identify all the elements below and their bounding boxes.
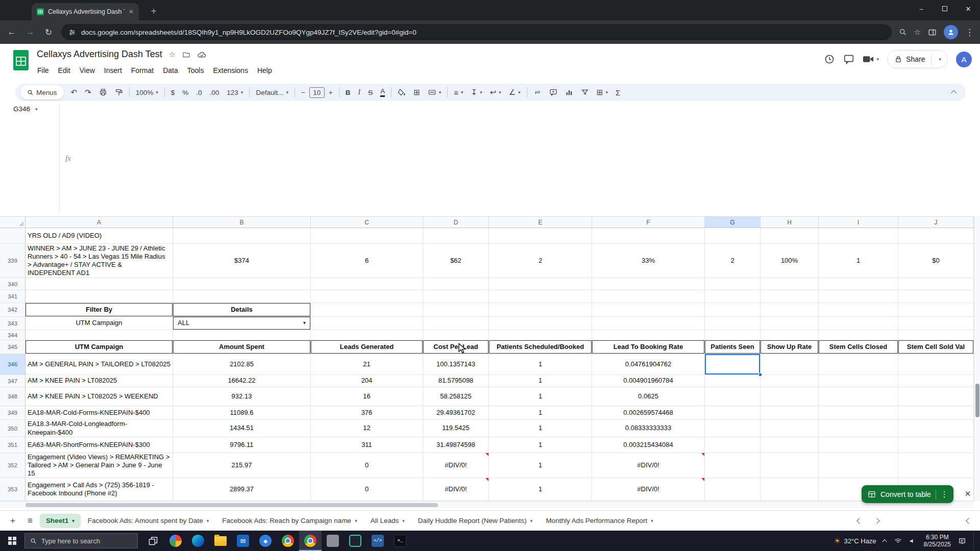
taskbar-mail-icon[interactable]: ✉: [232, 531, 254, 551]
cell-B345[interactable]: Amount Spent: [173, 340, 311, 354]
cell-G344[interactable]: [705, 330, 761, 340]
cell-G346[interactable]: [705, 354, 761, 375]
sheet-tab-facebook-ads-reach-by-campaign-name[interactable]: Facebook Ads: Reach by Campaign name▾: [216, 514, 363, 528]
column-header-D[interactable]: D: [423, 217, 489, 228]
cell-D351[interactable]: 31.49874598: [423, 437, 489, 453]
column-header-G[interactable]: G: [705, 217, 761, 228]
cell-J339[interactable]: $0: [898, 244, 974, 278]
tab-close-icon[interactable]: ✕: [129, 8, 134, 15]
vertical-align-button[interactable]: ↧▾: [468, 86, 486, 99]
row-header-344[interactable]: 344: [0, 330, 26, 340]
cell-I345[interactable]: Stem Cells Closed: [819, 340, 898, 354]
cell-E353[interactable]: 1: [489, 478, 592, 501]
cell-D346[interactable]: 100.1357143: [423, 354, 489, 375]
sheet-tab-monthly-ads-performance-report[interactable]: Monthly Ads Performance Report▾: [540, 514, 659, 528]
cell-B[interactable]: [173, 228, 311, 244]
back-button[interactable]: ←: [6, 27, 17, 37]
cell-C340[interactable]: [311, 278, 423, 290]
row-header-350[interactable]: 350: [0, 420, 26, 437]
cell-A340[interactable]: [26, 278, 173, 290]
taskbar-search-input[interactable]: Type here to search: [24, 533, 138, 548]
cell-I342[interactable]: [819, 303, 898, 317]
browser-menu-kebab-icon[interactable]: ⋮: [965, 27, 974, 38]
cell-E342[interactable]: [489, 303, 592, 317]
cell-I351[interactable]: [819, 437, 898, 453]
cell-I341[interactable]: [819, 290, 898, 303]
cell-J340[interactable]: [898, 278, 974, 290]
cell-H348[interactable]: [761, 387, 819, 406]
cell-I346[interactable]: [819, 354, 898, 375]
cell-A345[interactable]: UTM Campaign: [26, 340, 173, 354]
cell-F340[interactable]: [592, 278, 705, 290]
row-header-352[interactable]: 352: [0, 453, 26, 478]
cell-G350[interactable]: [705, 420, 761, 437]
cell-H351[interactable]: [761, 437, 819, 453]
column-header-J[interactable]: J: [898, 217, 974, 228]
cell-F351[interactable]: 0.003215434084: [592, 437, 705, 453]
print-button[interactable]: [95, 86, 111, 99]
cell-C344[interactable]: [311, 330, 423, 340]
cell-D353[interactable]: #DIV/0!: [423, 478, 489, 501]
increase-decimal-button[interactable]: .00: [206, 86, 223, 99]
cell-E340[interactable]: [489, 278, 592, 290]
cell-B342[interactable]: Details: [173, 303, 311, 317]
cell-F349[interactable]: 0.002659574468: [592, 406, 705, 420]
cell-C350[interactable]: 12: [311, 420, 423, 437]
cell-J342[interactable]: [898, 303, 974, 317]
cell-B351[interactable]: 9796.11: [173, 437, 311, 453]
cell-D342[interactable]: [423, 303, 489, 317]
window-close-button[interactable]: ✕: [957, 0, 980, 17]
text-color-button[interactable]: A: [377, 86, 388, 99]
vertical-scrollbar-thumb[interactable]: [975, 384, 979, 417]
cell-I348[interactable]: [819, 387, 898, 406]
version-history-icon[interactable]: [824, 54, 835, 65]
number-format-button[interactable]: 123▾: [223, 86, 247, 99]
cell-B339[interactable]: $374: [173, 244, 311, 278]
cell-A350[interactable]: EA18.3-MAR-Cold-Longleadform-Kneepain-$4…: [26, 420, 173, 437]
cell-H342[interactable]: [761, 303, 819, 317]
cell-I344[interactable]: [819, 330, 898, 340]
insert-chart-button[interactable]: [561, 86, 577, 99]
cell-I343[interactable]: [819, 317, 898, 330]
cell-G347[interactable]: [705, 375, 761, 387]
column-header-I[interactable]: I: [819, 217, 898, 228]
cell-G352[interactable]: [705, 453, 761, 478]
taskbar-widgets-icon[interactable]: [164, 531, 187, 551]
cell-G351[interactable]: [705, 437, 761, 453]
row-header-349[interactable]: 349: [0, 406, 26, 420]
cell-E341[interactable]: [489, 290, 592, 303]
cell-H[interactable]: [761, 228, 819, 244]
cell-I349[interactable]: [819, 406, 898, 420]
cell-J349[interactable]: [898, 406, 974, 420]
cell-D[interactable]: [423, 228, 489, 244]
cell-A351[interactable]: EA63-MAR-ShortForms-KNEEPAIN-$300: [26, 437, 173, 453]
sheet-tab-menu-icon[interactable]: ▾: [530, 518, 533, 523]
menu-edit[interactable]: Edit: [54, 64, 75, 77]
format-percent-button[interactable]: %: [179, 86, 192, 99]
cell-F342[interactable]: [592, 303, 705, 317]
cell-A342[interactable]: Filter By: [26, 303, 173, 317]
row-header-340[interactable]: 340: [0, 278, 26, 290]
font-size-input[interactable]: 10: [309, 87, 325, 98]
cell-F347[interactable]: 0.004901960784: [592, 375, 705, 387]
cell-G342[interactable]: [705, 303, 761, 317]
horizontal-scrollbar[interactable]: [0, 501, 974, 508]
taskbar-file-explorer-icon[interactable]: [209, 531, 232, 551]
row-header-347[interactable]: 347: [0, 375, 26, 387]
cell-I340[interactable]: [819, 278, 898, 290]
sheet-tab-facebook-ads-amount-spent-by-date[interactable]: Facebook Ads: Amount spent by Date▾: [82, 514, 215, 528]
sheet-tab-menu-icon[interactable]: ▾: [355, 518, 357, 523]
column-header-F[interactable]: F: [592, 217, 705, 228]
paint-format-button[interactable]: [111, 86, 127, 99]
bold-button[interactable]: B: [342, 86, 354, 99]
window-maximize-button[interactable]: [933, 0, 957, 17]
row-header-351[interactable]: 351: [0, 437, 26, 453]
cell-B350[interactable]: 1434.51: [173, 420, 311, 437]
menu-format[interactable]: Format: [127, 64, 158, 77]
cell-H350[interactable]: [761, 420, 819, 437]
cell-H343[interactable]: [761, 317, 819, 330]
row-header-353[interactable]: 353: [0, 478, 26, 501]
cell-J351[interactable]: [898, 437, 974, 453]
cell-F346[interactable]: 0.04761904762: [592, 354, 705, 375]
cell-C345[interactable]: Leads Generated: [311, 340, 423, 354]
